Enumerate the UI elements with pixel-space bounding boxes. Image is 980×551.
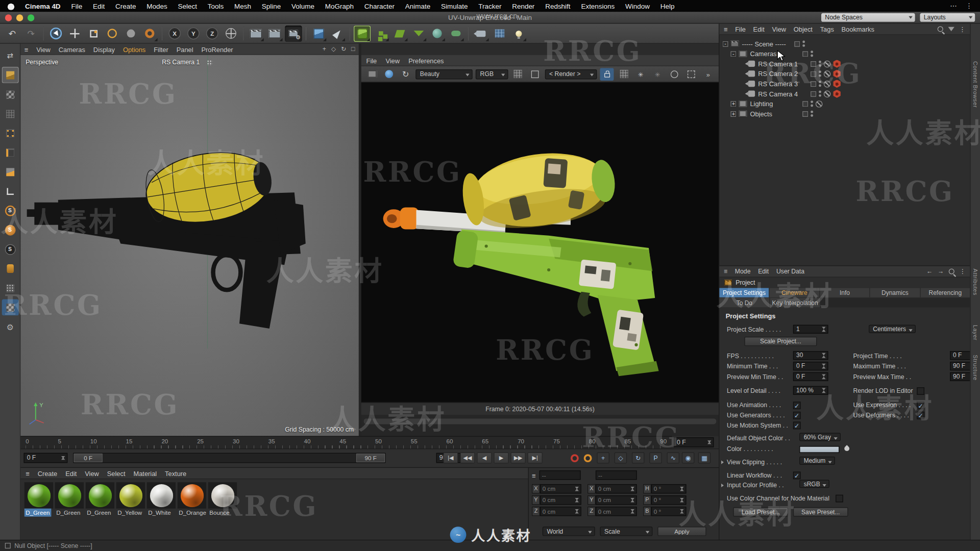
layer-box[interactable] — [802, 51, 808, 57]
convert-tool[interactable]: ⇄ — [2, 47, 18, 64]
menubar-item[interactable]: Volume — [291, 2, 314, 10]
size-field[interactable]: 0 cm — [596, 507, 637, 516]
menubar-item[interactable]: Extensions — [581, 2, 615, 10]
material-item[interactable]: D_Green — [55, 482, 84, 516]
scale-key-toggle[interactable]: ◇ — [615, 453, 627, 464]
am-menu-item[interactable]: Mode — [735, 268, 751, 274]
viewport-nav-icon[interactable]: ◇ — [331, 45, 336, 52]
move-tool[interactable] — [66, 26, 83, 42]
menubar-item[interactable]: Tools — [208, 2, 224, 10]
attribute-tab[interactable]: Dynamics — [870, 288, 920, 297]
pv-menu-item[interactable]: View — [385, 57, 400, 64]
add-spline-button[interactable] — [329, 26, 346, 42]
viewport-solo-button[interactable]: S — [2, 203, 18, 219]
visibility-dots[interactable] — [819, 81, 821, 87]
menubar-item[interactable]: MoGraph — [325, 2, 354, 10]
scale-project-button[interactable]: Scale Project... — [744, 337, 817, 346]
rotation-field[interactable]: 0 ° — [651, 495, 687, 505]
object-name[interactable]: ----- Scene ----- — [742, 40, 794, 47]
viewport-nav-icon[interactable]: + — [323, 45, 326, 52]
menubar-item[interactable]: Edit — [93, 2, 105, 10]
material-menu-item[interactable]: View — [85, 469, 99, 477]
object-name[interactable]: Cameras — [750, 50, 802, 58]
points-mode-button[interactable] — [2, 125, 18, 141]
attribute-tab[interactable]: To Do — [719, 298, 769, 307]
history-forward-icon[interactable]: → — [938, 268, 944, 274]
crop-button[interactable] — [528, 68, 542, 80]
use-deformers-checkbox[interactable]: ✓ — [917, 412, 924, 419]
y-axis-lock[interactable]: Y — [185, 26, 202, 42]
coords-header-field-1[interactable]: -- — [540, 470, 581, 480]
object-row[interactable]: ----- Scene ----- — [719, 39, 970, 49]
range-start-handle[interactable]: 0 F — [74, 454, 102, 462]
material-item[interactable]: Bounce — [208, 482, 237, 516]
workplane-mode-button[interactable] — [2, 106, 18, 122]
menubar-item[interactable]: Redshift — [545, 2, 570, 10]
save-preset-button[interactable]: Save Preset... — [793, 507, 848, 516]
object-row[interactable]: Objects — [719, 109, 970, 119]
mograph-cloner-button[interactable] — [373, 26, 389, 42]
z-axis-lock[interactable]: Z — [204, 26, 220, 42]
edit-render-settings-button[interactable]: ⚙ — [285, 26, 302, 42]
filter-icon[interactable] — [948, 27, 954, 32]
object-name[interactable]: Objects — [750, 110, 802, 118]
history-button[interactable] — [365, 68, 379, 80]
viewport-menu-item[interactable]: ProRender — [201, 45, 233, 53]
viewport-menu-item[interactable]: Filter — [154, 45, 168, 53]
transport-button[interactable]: ◀◀ — [460, 453, 475, 464]
expand-toggle[interactable] — [730, 101, 736, 107]
menubar-item[interactable]: Modes — [146, 2, 167, 10]
apple-menu-icon[interactable] — [8, 2, 14, 10]
snap-grid-button[interactable] — [491, 26, 508, 42]
transport-button[interactable]: ◀ — [477, 453, 492, 464]
preview-range-slider[interactable]: 0 F 90 F — [73, 453, 385, 463]
material-menu-item[interactable]: Material — [133, 469, 157, 477]
navigation-button[interactable] — [382, 68, 396, 80]
object-name[interactable]: RS Camera 4 — [758, 90, 811, 97]
transport-button[interactable]: ▶| — [527, 453, 542, 464]
protection-tag-icon[interactable] — [824, 60, 830, 67]
timeline-grid-button[interactable]: ▦ — [698, 453, 710, 464]
transport-button[interactable]: |◀ — [443, 453, 458, 464]
deformer-button[interactable] — [391, 26, 408, 42]
edges-mode-button[interactable] — [2, 144, 18, 161]
object-row[interactable]: RS Camera 3 — [719, 79, 970, 89]
menubar-item[interactable]: Simulate — [441, 2, 468, 10]
tweak-tool[interactable] — [122, 26, 139, 42]
tab-structure[interactable]: Structure — [972, 355, 978, 381]
use-expression-checkbox[interactable]: ✓ — [917, 402, 924, 409]
scale-tool[interactable] — [85, 26, 102, 42]
rotation-key-toggle[interactable]: ↻ — [632, 453, 644, 464]
enable-axis-button[interactable] — [2, 183, 18, 199]
layer-box[interactable] — [802, 101, 808, 107]
attribute-object-label[interactable]: Project — [736, 279, 755, 286]
material-item[interactable]: D_Yellow — [116, 482, 145, 516]
settings-tool-button[interactable]: ⚙ — [2, 318, 18, 335]
texture-paint-button[interactable] — [2, 280, 18, 296]
eyedropper-icon[interactable] — [843, 445, 850, 452]
expand-triangle-icon[interactable] — [721, 460, 724, 464]
floor-button[interactable] — [410, 26, 427, 42]
history-back-icon[interactable]: ← — [926, 268, 933, 274]
object-name[interactable]: RS Camera 2 — [758, 70, 811, 78]
menubar-status-icon2[interactable]: ⋮ — [966, 2, 972, 10]
viewport-menu-item[interactable]: Options — [123, 45, 145, 53]
om-menu-icon[interactable]: ≡ — [724, 26, 728, 33]
snap-enable-button[interactable]: S — [2, 222, 18, 238]
rotation-field[interactable]: 0 ° — [651, 484, 687, 493]
fps-input[interactable]: 30 — [793, 351, 828, 360]
project-scale-unit-dropdown[interactable]: Centimeters — [869, 325, 916, 333]
model-mode-button[interactable] — [2, 67, 18, 83]
snap-mode-button[interactable]: S — [2, 241, 18, 258]
layer-box[interactable] — [811, 81, 816, 87]
material-thumbnail[interactable] — [24, 482, 53, 508]
material-label[interactable]: D_Orange — [178, 509, 208, 517]
level-of-detail-input[interactable]: 100 % — [793, 386, 828, 395]
default-object-color-dropdown[interactable]: 60% Gray — [799, 433, 840, 441]
projection-label[interactable]: Perspective — [26, 59, 58, 65]
om-menu-item[interactable]: Object — [794, 26, 813, 33]
protection-tag-icon[interactable] — [816, 101, 822, 107]
om-menu-item[interactable]: Edit — [753, 26, 765, 33]
protection-tag-icon[interactable] — [824, 70, 830, 77]
object-row[interactable]: Lighting — [719, 98, 970, 109]
